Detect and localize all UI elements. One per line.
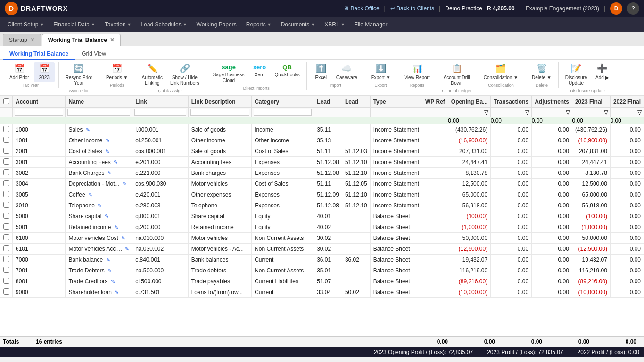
menu-financial-data[interactable]: Financial Data ▼ (49, 19, 100, 30)
cell-2023-final: (89,216.00) (572, 276, 610, 287)
cell-type: Balance Sheet (370, 243, 422, 254)
edit-link-icon[interactable]: ✎ (125, 246, 129, 252)
cell-adjustments: 0.00 (532, 178, 572, 189)
row-checkbox[interactable] (3, 245, 9, 251)
help-button[interactable]: ? (627, 2, 639, 15)
resync-prior-year-button[interactable]: 🔄 Resync PriorYear (63, 62, 95, 88)
row-checkbox[interactable] (3, 191, 9, 197)
edit-link-icon[interactable]: ✎ (107, 268, 112, 273)
menu-xbrl[interactable]: XBRL ▼ (320, 19, 349, 30)
row-checkbox[interactable] (3, 202, 9, 208)
filter-arrow-opening[interactable]: ▽ (484, 109, 488, 115)
menu-documents[interactable]: Documents ▼ (276, 19, 320, 30)
menu-taxation[interactable]: Taxation ▼ (100, 19, 136, 30)
cell-2022-final: 0.00 (610, 124, 644, 135)
edit-link-icon[interactable]: ✎ (121, 235, 125, 241)
row-checkbox[interactable] (3, 148, 9, 154)
edit-link-icon[interactable]: ✎ (106, 138, 110, 143)
filter-link-desc[interactable] (190, 109, 250, 116)
row-checkbox[interactable] (3, 169, 9, 175)
row-checkbox[interactable] (3, 234, 9, 240)
toolbar-group-general-ledger: 📋 Account DrillDown General Ledger (437, 62, 477, 93)
edit-link-icon[interactable]: ✎ (123, 181, 127, 187)
close-icon[interactable]: ✕ (30, 37, 35, 43)
tab-working-trial-balance[interactable]: Working Trial Balance ✕ (42, 34, 121, 46)
back-office-link[interactable]: 🖥 Back Office (343, 5, 379, 12)
toolbar-group-sync-prior: 🔄 Resync PriorYear Sync Prior (59, 62, 99, 93)
filter-arrow-trans[interactable]: ▽ (525, 109, 529, 115)
select-all-checkbox[interactable] (3, 98, 9, 104)
xero-button[interactable]: xero Xero (249, 62, 270, 79)
table-row: 8001 Trade Creditors ✎ cl.500.000 Trade … (0, 276, 644, 287)
subtab-working-trial-balance[interactable]: Working Trial Balance (3, 48, 75, 60)
cell-link-desc: Bank balances (188, 254, 252, 265)
row-checkbox[interactable] (3, 288, 9, 295)
table-row: 3004 Depreciation - Mot... ✎ cos.900.030… (0, 178, 644, 189)
filter-link[interactable] (134, 109, 186, 116)
sage-button[interactable]: sage Sage BusinessCloud (210, 62, 248, 85)
row-checkbox[interactable] (3, 278, 9, 284)
row-checkbox[interactable] (3, 267, 9, 273)
edit-link-icon[interactable]: ✎ (98, 203, 102, 208)
disclosure-update-button[interactable]: 📝 DisclosureUpdate (562, 62, 590, 88)
row-checkbox[interactable] (3, 223, 9, 230)
back-to-clients-link[interactable]: ↩ Back to Clients (390, 5, 434, 12)
cell-category: Equity (252, 211, 314, 222)
filter-account[interactable] (15, 109, 63, 116)
delete-button[interactable]: 🗑️ Delete ▼ (529, 62, 554, 82)
periods-button[interactable]: 📅 Periods ▼ (103, 62, 131, 82)
caseware-button[interactable]: ☁️ Caseware (333, 62, 360, 82)
filter-arrow-2023[interactable]: ▽ (604, 109, 608, 115)
row-checkbox[interactable] (3, 158, 9, 165)
row-checkbox[interactable] (3, 256, 9, 262)
excel-import-button[interactable]: ⬆️ Excel (311, 62, 331, 82)
cell-opening-bal: (16,900.00) (448, 135, 490, 146)
close-icon[interactable]: ✕ (110, 37, 115, 43)
add-button[interactable]: ➕ Add ▶ (592, 62, 612, 82)
edit-link-icon[interactable]: ✎ (114, 224, 118, 230)
xero-icon: xero (253, 64, 266, 71)
cell-lead2: 51.12.10 (342, 167, 370, 178)
menu-file-manager[interactable]: File Manager (350, 19, 392, 30)
edit-link-icon[interactable]: ✎ (115, 289, 119, 295)
row-checkbox[interactable] (3, 137, 9, 143)
edit-link-icon[interactable]: ✎ (111, 279, 115, 284)
cell-2023-final: 56,918.00 (572, 200, 610, 211)
edit-link-icon[interactable]: ✎ (114, 159, 118, 165)
show-hide-link-numbers-button[interactable]: 🔗 Show / HideLink Numbers (167, 62, 202, 88)
edit-link-icon[interactable]: ✎ (106, 257, 110, 263)
menu-client-setup[interactable]: Client Setup ▼ (3, 19, 49, 30)
cell-2022-final: 0.00 (610, 243, 644, 254)
row-checkbox[interactable] (3, 180, 9, 186)
row-checkbox[interactable] (3, 213, 9, 219)
edit-link-icon[interactable]: ✎ (105, 214, 109, 219)
year-2023-button[interactable]: 📅 2023 (34, 62, 55, 82)
consolidation-button[interactable]: 🗂️ Consolidation ▼ (481, 62, 521, 82)
filter-arrow-adj[interactable]: ▽ (566, 109, 570, 115)
view-report-button[interactable]: 📊 View Report (401, 62, 432, 82)
add-prior-button[interactable]: 📅 Add Prior (7, 62, 32, 82)
filter-arrow-2022[interactable]: ▽ (637, 109, 642, 115)
quickbooks-button[interactable]: QB QuickBooks (272, 62, 302, 79)
menu-lead-schedules[interactable]: Lead Schedules ▼ (136, 19, 192, 30)
menu-reports[interactable]: Reports ▼ (241, 19, 276, 30)
cell-account: 3005 (13, 189, 66, 200)
report-icon: 📊 (412, 64, 422, 74)
export-button[interactable]: ⬇️ Export ▼ (368, 62, 394, 82)
row-checkbox[interactable] (3, 126, 9, 132)
avatar-button[interactable]: D (610, 2, 622, 15)
edit-link-icon[interactable]: ✎ (88, 192, 92, 197)
filter-name[interactable] (67, 109, 130, 116)
cell-opening-bal: (10,000.00) (448, 287, 490, 297)
subtab-grid-view[interactable]: Grid View (75, 48, 113, 60)
edit-link-icon[interactable]: ✎ (105, 148, 109, 154)
tab-startup[interactable]: Startup ✕ (3, 34, 41, 46)
account-drill-down-button[interactable]: 📋 Account DrillDown (441, 62, 473, 88)
cell-account: 9000 (13, 287, 66, 297)
automatic-linking-button[interactable]: ✏️ AutomaticLinking (139, 62, 165, 88)
edit-link-icon[interactable]: ✎ (107, 170, 112, 176)
filter-category[interactable] (254, 109, 312, 116)
calendar-icon: 📅 (39, 64, 50, 74)
menu-working-papers[interactable]: Working Papers (192, 19, 241, 30)
edit-link-icon[interactable]: ✎ (86, 127, 90, 132)
